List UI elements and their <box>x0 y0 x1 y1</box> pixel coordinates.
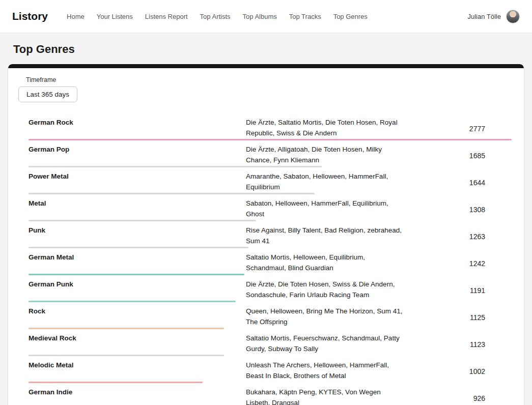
genre-row-inner: German Indie Bukahara, Käptn Peng, KYTES… <box>29 383 512 405</box>
nav-item-your-listens[interactable]: Your Listens <box>91 9 138 24</box>
genre-row: Rock Queen, Helloween, Bring Me The Hori… <box>18 302 512 329</box>
genre-name: Melodic Metal <box>29 360 246 369</box>
page-title: Top Genres <box>13 43 532 56</box>
genre-count: 1191 <box>470 286 512 295</box>
genre-name: Punk <box>29 225 246 234</box>
nav-item-listens-report[interactable]: Listens Report <box>139 9 193 24</box>
genre-row: German Indie Bukahara, Käptn Peng, KYTES… <box>18 383 512 405</box>
genre-row: Punk Rise Against, Billy Talent, Bad Rel… <box>18 221 512 248</box>
genre-row-inner: Metal Sabaton, Helloween, HammerFall, Eq… <box>29 194 512 221</box>
genre-row-inner: German Rock Die Ärzte, Saltatio Mortis, … <box>29 113 512 140</box>
genre-count: 1125 <box>470 313 512 322</box>
genre-artists: Die Ärzte, Die Toten Hosen, Swiss & Die … <box>246 279 405 300</box>
nav-item-home[interactable]: Home <box>61 9 90 24</box>
genre-name: German Metal <box>29 252 246 261</box>
genre-table: German Rock Die Ärzte, Saltatio Mortis, … <box>18 113 512 405</box>
genre-artists: Saltatio Mortis, Feuerschwanz, Schandmau… <box>246 333 405 354</box>
genre-count: 1002 <box>469 367 512 375</box>
genre-name: Power Metal <box>29 171 246 180</box>
card-accent-bar <box>8 64 524 68</box>
genre-row-inner: Power Metal Amaranthe, Sabaton, Hellowee… <box>29 167 512 194</box>
genre-row-inner: German Metal Saltatio Mortis, Helloween,… <box>29 248 512 275</box>
genre-row-inner: German Punk Die Ärzte, Die Toten Hosen, … <box>29 275 512 302</box>
genre-row: Metal Sabaton, Helloween, HammerFall, Eq… <box>18 194 512 221</box>
genre-name: Medieval Rock <box>29 333 246 342</box>
genre-count: 1644 <box>469 179 512 187</box>
genre-name: Rock <box>29 306 246 315</box>
top-genres-card: Timeframe Last 365 days German Rock Die … <box>8 64 524 405</box>
genre-name: Metal <box>29 198 246 207</box>
genre-count: 1263 <box>469 233 512 241</box>
nav-item-top-albums[interactable]: Top Albums <box>237 9 283 24</box>
genre-row-inner: Melodic Metal Unleash The Archers, Hello… <box>29 356 512 383</box>
genre-count: 1242 <box>469 259 512 268</box>
genre-name: German Rock <box>29 117 246 126</box>
genre-artists: Die Ärzte, Alligatoah, Die Toten Hosen, … <box>246 144 405 165</box>
genre-artists: Bukahara, Käptn Peng, KYTES, Von Wegen L… <box>246 387 405 405</box>
genre-count: 2777 <box>469 125 512 133</box>
genre-row-inner: Medieval Rock Saltatio Mortis, Feuerschw… <box>29 329 512 356</box>
genre-artists: Sabaton, Helloween, HammerFall, Equilibr… <box>246 198 405 219</box>
user-avatar[interactable] <box>506 10 520 23</box>
genre-artists: Rise Against, Billy Talent, Bad Religion… <box>246 225 405 246</box>
genre-artists: Queen, Helloween, Bring Me The Horizon, … <box>246 306 405 327</box>
genre-name: German Punk <box>29 279 246 288</box>
genre-artists: Amaranthe, Sabaton, Helloween, HammerFal… <box>246 171 405 192</box>
main-nav: HomeYour ListensListens ReportTop Artist… <box>61 9 467 24</box>
genre-row-inner: Rock Queen, Helloween, Bring Me The Hori… <box>29 302 512 329</box>
genre-count: 1308 <box>469 206 512 214</box>
card-body: Timeframe Last 365 days German Rock Die … <box>8 68 524 405</box>
user-menu[interactable]: Julian Tölle <box>467 10 520 23</box>
genre-artists: Die Ärzte, Saltatio Mortis, Die Toten Ho… <box>246 117 405 138</box>
genre-artists: Saltatio Mortis, Helloween, Equilibrium,… <box>246 252 405 273</box>
genre-name: German Pop <box>29 144 246 153</box>
user-name: Julian Tölle <box>467 13 501 20</box>
top-navbar: Listory HomeYour ListensListens ReportTo… <box>0 0 532 33</box>
genre-artists: Unleash The Archers, Helloween, HammerFa… <box>246 360 405 381</box>
genre-row-inner: Punk Rise Against, Billy Talent, Bad Rel… <box>29 221 512 248</box>
genre-count: 926 <box>473 394 512 402</box>
genre-row-inner: German Pop Die Ärzte, Alligatoah, Die To… <box>29 140 512 167</box>
timeframe-select[interactable]: Last 365 days <box>18 86 77 102</box>
app-logo[interactable]: Listory <box>12 10 48 22</box>
genre-row: German Pop Die Ärzte, Alligatoah, Die To… <box>18 140 512 167</box>
genre-row: German Punk Die Ärzte, Die Toten Hosen, … <box>18 275 512 302</box>
nav-item-top-artists[interactable]: Top Artists <box>194 9 236 24</box>
genre-row: German Metal Saltatio Mortis, Helloween,… <box>18 248 512 275</box>
genre-name: German Indie <box>29 387 246 396</box>
genre-row: German Rock Die Ärzte, Saltatio Mortis, … <box>18 113 512 140</box>
genre-count: 1685 <box>469 152 512 160</box>
timeframe-label: Timeframe <box>26 76 512 83</box>
nav-item-top-tracks[interactable]: Top Tracks <box>284 9 327 24</box>
genre-count: 1123 <box>470 340 512 349</box>
genre-row: Melodic Metal Unleash The Archers, Hello… <box>18 356 512 383</box>
genre-row: Power Metal Amaranthe, Sabaton, Hellowee… <box>18 167 512 194</box>
nav-item-top-genres[interactable]: Top Genres <box>328 9 373 24</box>
genre-row: Medieval Rock Saltatio Mortis, Feuerschw… <box>18 329 512 356</box>
